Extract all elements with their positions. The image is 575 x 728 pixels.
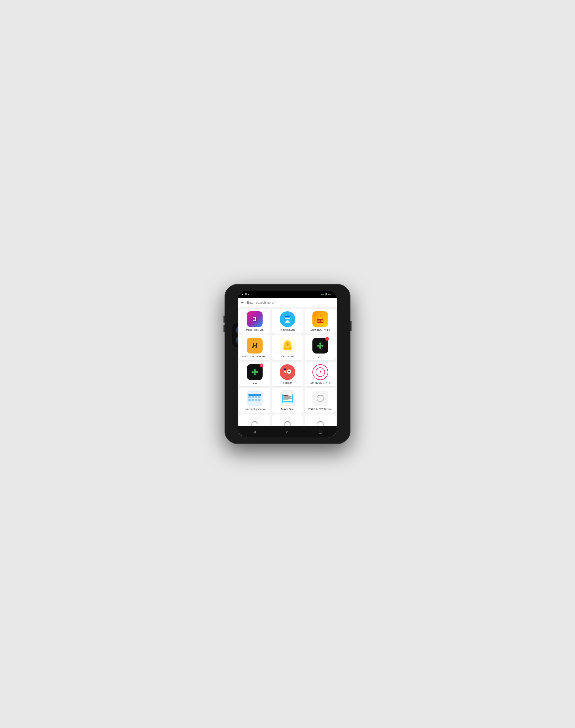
svg-rect-0	[285, 316, 290, 317]
app-label-mudir2: مدير	[252, 382, 257, 384]
app-item-earn-money[interactable]: $Earn money	[272, 335, 303, 360]
phone-device: ▲ 🖼 ⊕ 73% 🔋 06:22 ← 3Magic_Tiles_ysnPr d…	[225, 284, 350, 444]
notch	[274, 290, 301, 295]
app-icon-wrap-rdm-music: ♪	[312, 364, 328, 380]
app-icon-wrap-earn-money: $	[280, 338, 295, 353]
app-item-mudir1[interactable]: 1مدير	[305, 335, 336, 360]
app-icon-wrap-mudir1: 1	[312, 338, 328, 353]
svg-rect-38	[255, 399, 257, 401]
app-item-tagline[interactable]: Tagline Tags	[272, 388, 303, 413]
app-icon-wrap-seekbar: FA	[280, 364, 295, 380]
wifi-icon: ⊕	[248, 293, 249, 296]
status-bar-left: ▲ 🖼 ⊕	[238, 293, 249, 296]
svg-rect-32	[248, 396, 251, 398]
app-label-magic-tiles: Magic_Tiles_ysn	[246, 328, 264, 332]
svg-rect-37	[251, 399, 254, 401]
app-item-pr-downloader[interactable]: Pr downloader	[272, 309, 303, 334]
app-icon-wrap-mudir2: 1	[247, 364, 263, 380]
app-item-rdm-music[interactable]: ♪RDM MUSIC 🎵🎶🎶	[305, 361, 336, 387]
bottom-nav: ◁ ⌂ ▢	[238, 426, 337, 438]
nav-back-button[interactable]: ◁	[249, 428, 260, 435]
app-label-tagline: Tagline Tags	[281, 408, 294, 411]
nav-home-button[interactable]: ⌂	[282, 428, 293, 435]
svg-rect-3	[284, 322, 291, 322]
app-icon-wrap-vacuum	[312, 390, 328, 406]
svg-rect-34	[255, 396, 257, 398]
battery-percent: 73%	[319, 293, 324, 296]
volume-up-btn[interactable]	[224, 315, 225, 323]
app-label-seekbar: seekbar	[283, 382, 292, 384]
clock: 06:22	[329, 293, 334, 296]
svg-text:♪: ♪	[319, 369, 322, 375]
image-icon: 🖼	[244, 293, 246, 296]
search-bar[interactable]: ←	[238, 298, 337, 307]
app-item-seekbar[interactable]: FAseekbar	[272, 361, 303, 387]
svg-rect-35	[258, 396, 261, 398]
app-item-grid-view[interactable]: horizontal grid view	[239, 388, 270, 413]
svg-point-15	[319, 343, 322, 345]
phone-screen: ▲ 🖼 ⊕ 73% 🔋 06:22 ← 3Magic_Tiles_ysnPr d…	[238, 290, 337, 438]
app-icon-wrap-pr-downloader	[280, 311, 295, 327]
volume-down-btn[interactable]	[224, 325, 225, 332]
app-label-rdm-music: RDM MUSIC 🎵🎶🎶	[309, 382, 332, 384]
app-icon-wrap-loading1	[247, 417, 263, 426]
app-icon-bgmi: HOST	[312, 311, 328, 327]
app-label-grid-view: horizontal grid view	[245, 408, 265, 411]
app-icon-magic-tiles: 3	[247, 311, 263, 327]
svg-point-17	[319, 347, 322, 349]
back-arrow-icon[interactable]: ←	[240, 300, 244, 305]
svg-point-14	[317, 345, 319, 347]
svg-rect-25	[284, 371, 286, 373]
app-item-loading3[interactable]	[305, 414, 336, 426]
app-icon-tagline	[280, 390, 295, 406]
app-badge-mudir2: 1	[260, 363, 263, 367]
app-icon-wrap-loading2	[280, 417, 295, 426]
search-input[interactable]	[246, 301, 335, 305]
svg-point-19	[251, 371, 253, 373]
app-label-injector-hama: INJECTOR HAMA HA...	[242, 355, 267, 358]
app-item-mudir2[interactable]: 1مدير	[239, 361, 270, 387]
app-icon-pr-downloader	[280, 311, 295, 327]
app-icon-rdm-music: ♪	[312, 364, 328, 380]
svg-text:FA: FA	[288, 371, 291, 373]
app-icon-wrap-grid-view	[247, 390, 263, 406]
svg-rect-45	[283, 398, 292, 399]
app-icon-wrap-bgmi: HOST	[312, 311, 328, 327]
svg-text:HOST: HOST	[317, 320, 323, 322]
app-icon-wrap-magic-tiles: 3	[247, 311, 263, 327]
svg-rect-44	[283, 397, 291, 398]
svg-rect-31	[248, 394, 261, 396]
svg-rect-39	[258, 399, 261, 401]
svg-point-16	[322, 345, 324, 347]
status-bar: ▲ 🖼 ⊕ 73% 🔋 06:22	[238, 290, 337, 298]
loading-spinner	[251, 421, 259, 426]
app-label-vacuum: VACUUM APP Booster	[308, 408, 332, 411]
svg-rect-43	[283, 396, 292, 397]
app-badge-mudir1: 1	[325, 337, 329, 341]
svg-rect-33	[251, 396, 254, 398]
battery-icon: 🔋	[325, 293, 327, 296]
svg-text:$: $	[286, 342, 289, 346]
status-bar-right: 73% 🔋 06:22	[319, 293, 337, 296]
svg-point-22	[253, 373, 256, 375]
app-icon-wrap-injector-hama: H	[247, 338, 263, 353]
app-icon-grid-view	[247, 390, 263, 406]
svg-marker-2	[285, 320, 290, 322]
app-item-magic-tiles[interactable]: 3Magic_Tiles_ysn	[239, 309, 270, 334]
svg-rect-26	[284, 369, 286, 370]
app-icon-injector-hama: H	[247, 338, 263, 353]
nav-recent-button[interactable]: ▢	[314, 428, 326, 435]
svg-rect-42	[283, 395, 289, 396]
power-btn[interactable]	[350, 321, 351, 331]
loading-spinner	[284, 421, 291, 426]
svg-point-20	[253, 369, 256, 371]
app-item-loading1[interactable]	[239, 414, 270, 426]
svg-rect-46	[283, 400, 289, 400]
app-item-bgmi[interactable]: HOSTBGMI HOST V 4.4	[305, 309, 336, 334]
svg-point-18	[319, 344, 322, 347]
app-icon-wrap-loading3	[312, 417, 328, 426]
app-label-pr-downloader: Pr downloader	[280, 328, 295, 332]
app-item-loading2[interactable]	[272, 414, 303, 426]
app-item-vacuum[interactable]: VACUUM APP Booster	[305, 388, 336, 413]
app-item-injector-hama[interactable]: HINJECTOR HAMA HA...	[239, 335, 270, 360]
